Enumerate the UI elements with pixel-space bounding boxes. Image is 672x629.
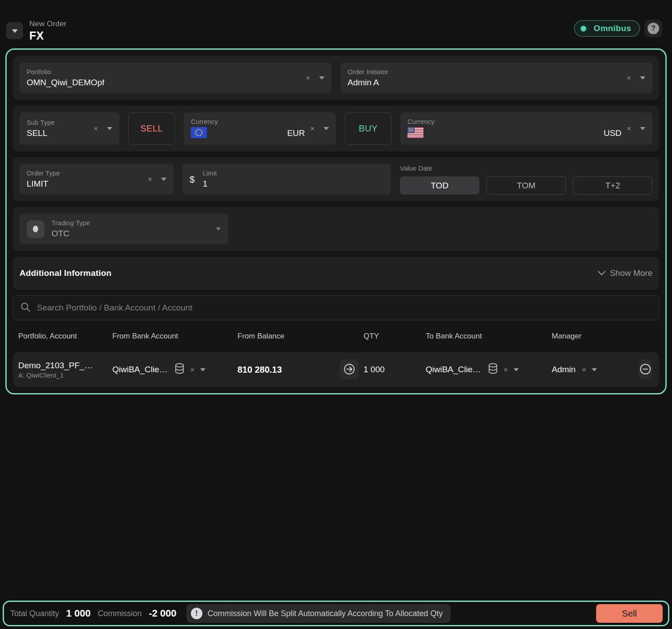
sell-currency-select[interactable]: Currency <box>184 112 336 145</box>
value-date-t2-button[interactable]: T+2 <box>573 176 652 195</box>
trading-type-row: Trading Type OTC <box>13 207 659 251</box>
from-bank-account-value: QiwiBA_Clie… <box>112 365 168 374</box>
chevron-down-icon[interactable] <box>514 368 519 371</box>
sell-currency-value: EUR <box>287 128 305 138</box>
clear-icon[interactable]: × <box>627 125 631 132</box>
exclamation-icon: ! <box>191 608 202 619</box>
search-icon <box>20 302 31 314</box>
sell-side-button[interactable]: SELL <box>128 112 175 145</box>
database-icon <box>174 362 185 377</box>
from-bank-account-cell[interactable]: QiwiBA_Clie… × <box>112 362 237 377</box>
apply-balance-button[interactable] <box>340 360 359 379</box>
chevron-down-icon[interactable] <box>324 127 329 130</box>
buy-currency-select[interactable]: Currency <box>400 112 652 145</box>
value-date-label: Value Date <box>400 164 652 173</box>
dollar-icon: $ <box>190 174 195 185</box>
omnibus-label: Omnibus <box>594 24 631 33</box>
chevron-down-icon[interactable] <box>592 368 597 371</box>
sell-currency-label: Currency <box>191 117 305 126</box>
order-subtitle: New Order <box>29 20 67 28</box>
limit-label: Limit <box>203 169 217 178</box>
from-balance-cell: 810 280.13 <box>237 360 364 379</box>
order-type-select[interactable]: Order Type LIMIT × <box>20 164 174 195</box>
omnibus-toggle[interactable]: Omnibus <box>574 20 640 37</box>
allocation-table-header: Portfolio, Account From Bank Account Fro… <box>13 320 659 352</box>
portfolio-row: Portfolio OMN_Qiwi_DEMOpf × Order Initia… <box>13 56 659 100</box>
qty-value: 1 000 <box>364 365 385 374</box>
clear-icon[interactable]: × <box>504 366 508 374</box>
remove-row-cell <box>647 360 654 379</box>
search-input[interactable] <box>37 303 652 313</box>
chevron-down-icon[interactable] <box>161 178 166 181</box>
sell-submit-button[interactable]: Sell <box>596 604 663 623</box>
order-form-panel: Portfolio OMN_Qiwi_DEMOpf × Order Initia… <box>5 48 667 394</box>
eu-flag-icon <box>191 127 207 140</box>
chevron-down-icon[interactable] <box>200 368 206 371</box>
omnibus-toggle-dot-icon <box>577 23 589 35</box>
chevron-down-icon[interactable] <box>640 76 645 80</box>
chevron-down-icon[interactable] <box>319 76 324 80</box>
trading-type-select[interactable]: Trading Type OTC <box>20 214 228 244</box>
buy-side-button[interactable]: BUY <box>345 112 391 145</box>
allocation-search[interactable] <box>13 295 659 320</box>
column-from-bank-account: From Bank Account <box>112 332 237 341</box>
page-header: New Order FX Omnibus ? <box>0 0 672 42</box>
column-to-bank-account: To Bank Account <box>426 332 552 341</box>
qty-cell[interactable]: 1 000 <box>364 365 426 374</box>
arrow-right-circle-icon <box>343 362 356 377</box>
chevron-down-icon[interactable] <box>640 127 645 130</box>
database-icon <box>487 362 498 377</box>
collapse-order-button[interactable] <box>6 22 23 39</box>
clear-icon[interactable]: × <box>627 74 631 82</box>
column-portfolio-account: Portfolio, Account <box>18 332 112 341</box>
clear-icon[interactable]: × <box>94 125 98 132</box>
clear-icon[interactable]: × <box>306 74 310 82</box>
buy-currency-value: USD <box>604 128 621 138</box>
portfolio-select[interactable]: Portfolio OMN_Qiwi_DEMOpf × <box>20 63 332 93</box>
sub-type-select[interactable]: Sub Type SELL × <box>20 112 119 145</box>
portfolio-label: Portfolio <box>27 68 104 76</box>
clear-icon[interactable]: × <box>310 125 315 132</box>
question-mark-icon: ? <box>648 23 659 34</box>
show-more-label: Show More <box>610 268 652 278</box>
additional-information-section: Additional Information Show More <box>13 257 659 290</box>
value-date-tod-button[interactable]: TOD <box>400 176 479 195</box>
chevron-down-icon[interactable] <box>107 127 112 130</box>
commission-value: -2 000 <box>149 608 176 619</box>
page-title: FX <box>29 29 67 42</box>
remove-row-button[interactable] <box>639 360 652 379</box>
trading-type-label: Trading Type <box>51 219 90 227</box>
row-portfolio-name: Demo_2103_PF_… <box>18 361 93 370</box>
clear-icon[interactable]: × <box>582 366 586 374</box>
buy-currency-label: Currency <box>407 117 621 126</box>
order-initiator-value: Admin A <box>348 76 388 88</box>
limit-price-input[interactable]: $ Limit 1 <box>182 164 391 195</box>
order-type-value: LIMIT <box>27 178 60 190</box>
order-summary-footer: Total Quantity 1 000 Commission -2 000 !… <box>3 601 669 626</box>
clear-icon[interactable]: × <box>190 366 195 374</box>
us-flag-icon <box>407 127 423 140</box>
clear-icon[interactable]: × <box>148 175 152 183</box>
row-account-name: A: QiwiClient_1 <box>18 371 93 379</box>
title-block: New Order FX <box>29 20 67 42</box>
order-initiator-select[interactable]: Order Initiator Admin A × <box>340 63 652 93</box>
from-balance-value: 810 280.13 <box>237 365 282 375</box>
chevron-down-icon[interactable] <box>216 227 221 231</box>
portfolio-account-cell: Demo_2103_PF_… A: QiwiClient_1 <box>18 361 112 379</box>
header-right: Omnibus ? <box>574 20 662 37</box>
column-manager: Manager <box>552 332 647 341</box>
help-button[interactable]: ? <box>644 20 662 37</box>
value-date-tom-button[interactable]: TOM <box>486 176 566 195</box>
commission-notice: ! Commission Will Be Split Automatically… <box>186 604 451 623</box>
chevron-down-icon <box>598 269 605 277</box>
order-type-label: Order Type <box>27 169 60 178</box>
radio-dot-icon <box>27 220 44 238</box>
order-type-row: Order Type LIMIT × $ Limit 1 Value Date … <box>13 157 659 201</box>
additional-information-title: Additional Information <box>20 268 111 278</box>
minus-circle-icon <box>639 362 652 377</box>
show-more-toggle[interactable]: Show More <box>598 268 652 278</box>
to-bank-account-cell[interactable]: QiwiBA_Clie… × <box>426 362 552 377</box>
trading-type-value: OTC <box>51 227 90 239</box>
to-bank-account-value: QiwiBA_Clie… <box>426 365 481 374</box>
manager-cell[interactable]: Admin × <box>552 365 647 374</box>
